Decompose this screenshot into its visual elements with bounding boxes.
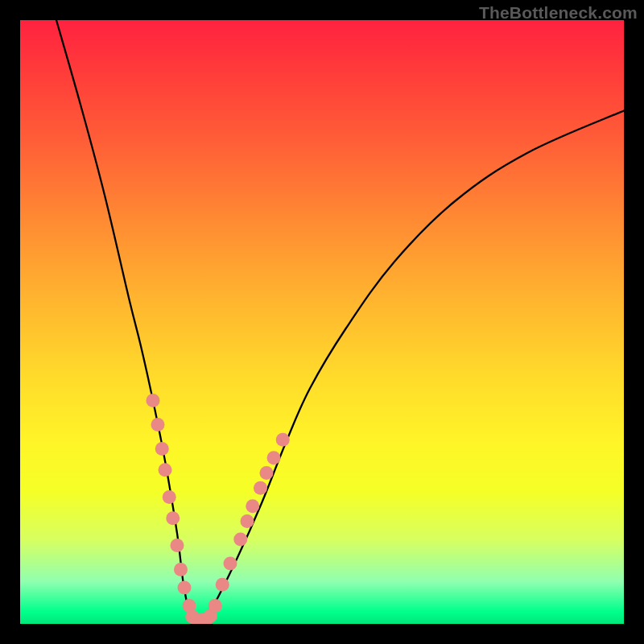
highlight-point xyxy=(159,463,172,477)
highlight-point xyxy=(254,481,267,495)
highlight-point xyxy=(178,581,192,595)
highlight-point xyxy=(216,578,229,592)
curve-svg xyxy=(20,20,624,624)
highlight-point xyxy=(166,511,180,525)
highlight-point xyxy=(260,466,274,480)
highlight-point xyxy=(233,533,247,547)
watermark-label: TheBottleneck.com xyxy=(479,3,638,23)
highlight-point xyxy=(276,433,290,447)
highlight-point xyxy=(147,394,160,407)
highlight-point xyxy=(208,599,222,613)
highlight-point xyxy=(224,557,237,571)
highlight-point xyxy=(171,539,184,552)
highlight-point xyxy=(163,490,176,504)
highlight-markers xyxy=(147,394,290,624)
highlight-point xyxy=(246,499,259,513)
highlight-point xyxy=(174,563,188,576)
bottleneck-curve xyxy=(56,20,624,622)
highlight-point xyxy=(267,451,281,464)
chart-area xyxy=(20,20,624,624)
highlight-point xyxy=(155,442,169,456)
highlight-point xyxy=(241,514,254,528)
highlight-point xyxy=(151,418,165,431)
